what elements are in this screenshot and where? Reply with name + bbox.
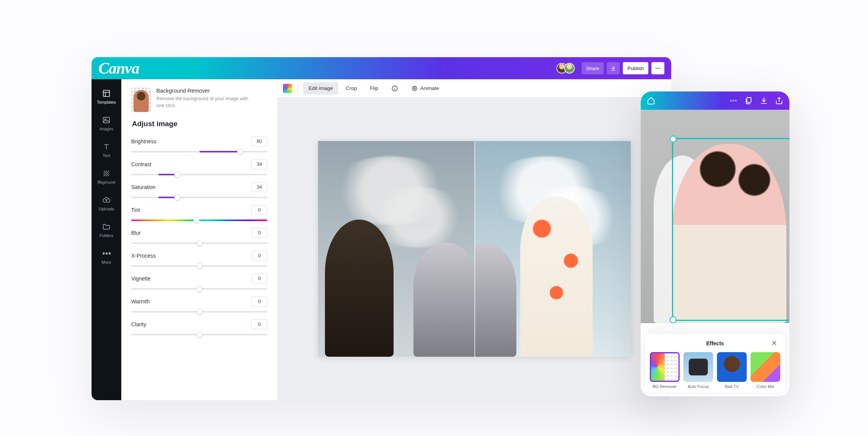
nav-item-folders[interactable]: Folders [92, 217, 121, 244]
slider-thumb[interactable] [196, 263, 203, 269]
svg-rect-4 [103, 117, 110, 123]
color-picker-swatch[interactable] [283, 84, 292, 93]
slider-track[interactable] [131, 220, 267, 221]
nav-label: Uploads [99, 207, 114, 211]
svg-point-7 [412, 86, 417, 91]
svg-point-1 [657, 68, 659, 69]
slider-value[interactable]: 80 [251, 136, 267, 146]
effect-thumbnail [717, 352, 747, 382]
share-button[interactable]: Share [582, 62, 604, 74]
slider-value[interactable]: 0 [251, 274, 267, 284]
slider-thumb[interactable] [193, 217, 199, 223]
bg-remover-title: Background Remover [156, 88, 252, 94]
nav-label: More [101, 260, 111, 264]
slider-track[interactable] [131, 288, 267, 290]
slider-value[interactable]: 0 [251, 251, 267, 261]
slider-label: Vignette [131, 276, 151, 282]
slider-track[interactable] [131, 265, 267, 267]
slider-thumb[interactable] [196, 240, 203, 246]
avatar[interactable] [564, 63, 575, 74]
nav-label: Text [103, 153, 110, 158]
slider-value[interactable]: 34 [251, 182, 267, 192]
slider-label: Blur [131, 230, 141, 236]
slider-track[interactable] [131, 197, 267, 198]
slider-track[interactable] [131, 242, 267, 244]
home-button[interactable] [647, 96, 655, 105]
animate-button[interactable]: Animate [406, 82, 445, 95]
text-icon [102, 143, 111, 151]
slider-contrast: Contrast 34 [131, 159, 267, 175]
more-horizontal-icon: ••• [102, 249, 111, 258]
collaborator-avatars[interactable] [559, 63, 575, 74]
svg-point-0 [656, 68, 657, 69]
slider-xprocess: X-Process 0 [131, 251, 267, 267]
crop-button[interactable]: Crop [341, 82, 362, 95]
slider-label: X-Process [131, 253, 156, 259]
slider-value[interactable]: 0 [251, 228, 267, 238]
slider-thumb[interactable] [174, 194, 180, 200]
download-button[interactable] [760, 96, 768, 105]
nav-item-uploads[interactable]: Uploads [92, 191, 121, 217]
mobile-canvas[interactable] [641, 110, 789, 323]
download-button[interactable] [607, 62, 620, 74]
slider-saturation: Saturation 34 [131, 182, 267, 198]
slider-vignette: Vignette 0 [131, 274, 267, 290]
resize-handle-bl[interactable] [670, 316, 677, 323]
info-button[interactable] [386, 82, 403, 95]
slider-label: Tint [131, 207, 140, 213]
slider-track[interactable] [131, 311, 267, 313]
slider-value[interactable]: 34 [251, 159, 267, 169]
context-toolbar: Edit image Crop Flip Animate [278, 79, 671, 98]
slider-thumb[interactable] [174, 172, 180, 178]
effect-colormix[interactable]: Color Mix [751, 352, 780, 389]
slider-track[interactable] [131, 174, 267, 175]
slider-thumb[interactable] [196, 309, 203, 315]
nav-item-background[interactable]: Bkground [92, 164, 121, 191]
slider-value[interactable]: 0 [251, 319, 267, 329]
resize-handle-tl[interactable] [670, 136, 677, 143]
nav-item-text[interactable]: Text [92, 137, 121, 164]
templates-icon [102, 89, 111, 98]
slider-thumb[interactable] [237, 149, 243, 155]
nav-item-more[interactable]: ••• More [92, 244, 121, 271]
left-nav: Templates Images Text Bkground Uploads F… [92, 79, 121, 400]
more-button[interactable] [729, 96, 738, 105]
selection-box[interactable] [672, 138, 789, 321]
home-icon [647, 96, 655, 105]
effect-autofocus[interactable]: Auto Focus [683, 352, 713, 389]
nav-item-images[interactable]: Images [92, 111, 121, 137]
effect-badtv[interactable]: Bad TV [717, 352, 747, 389]
publish-button[interactable]: Publish [623, 62, 648, 74]
info-icon [391, 85, 398, 92]
share-button[interactable] [775, 96, 783, 105]
close-icon [770, 339, 778, 347]
more-menu-button[interactable] [651, 62, 664, 74]
slider-label: Saturation [131, 184, 156, 190]
effect-bgremover[interactable]: BG Remover [650, 352, 680, 389]
download-icon [610, 65, 616, 71]
nav-label: Images [100, 127, 113, 131]
slider-value[interactable]: 0 [251, 205, 267, 215]
slider-track[interactable] [131, 334, 267, 335]
slider-tint: Tint 0 [131, 205, 267, 221]
desktop-editor-window: Canva Share Publish Templates Images [92, 57, 671, 400]
effect-label: Bad TV [717, 384, 747, 389]
share-icon [775, 96, 783, 105]
slider-value[interactable]: 0 [251, 297, 267, 306]
nav-item-templates[interactable]: Templates [92, 84, 121, 111]
mobile-top-bar [641, 91, 789, 110]
slider-thumb[interactable] [196, 332, 203, 338]
slider-thumb[interactable] [196, 286, 203, 292]
split-handle[interactable] [474, 141, 475, 357]
flip-button[interactable]: Flip [365, 82, 384, 95]
slider-track[interactable] [131, 151, 267, 152]
slider-label: Contrast [131, 161, 151, 167]
edit-image-button[interactable]: Edit image [303, 82, 338, 95]
pages-button[interactable] [744, 96, 753, 105]
close-button[interactable] [770, 339, 779, 348]
canvas-stage[interactable] [318, 141, 631, 357]
nav-label: Bkground [97, 180, 115, 184]
background-remover-card[interactable]: Background Remover Remove the background… [131, 88, 267, 112]
more-horizontal-icon [729, 96, 738, 105]
slider-label: Clarity [131, 321, 146, 327]
